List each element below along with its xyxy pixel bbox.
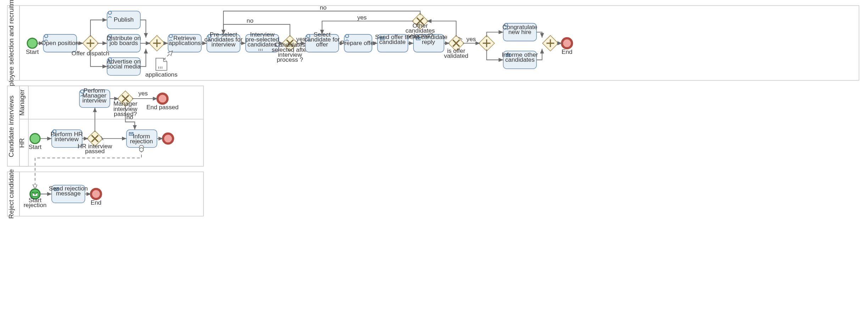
task-perform-manager[interactable]: PerformManagerinterview: [79, 87, 110, 107]
svg-text:no: no: [320, 4, 327, 11]
svg-text:PerformManagerinterview: PerformManagerinterview: [82, 87, 106, 104]
svg-text:Open position: Open position: [41, 39, 79, 46]
end-event-hr[interactable]: [163, 134, 173, 144]
svg-text:Start: Start: [26, 48, 39, 55]
svg-point-70: [163, 134, 173, 144]
svg-point-69: [139, 145, 144, 150]
svg-text:no: no: [127, 113, 133, 121]
svg-text:Start: Start: [29, 143, 41, 150]
svg-text:yes: yes: [296, 35, 306, 43]
svg-text:is offervalidated: is offervalidated: [444, 47, 468, 59]
svg-point-65: [157, 94, 167, 104]
svg-text:Interviewpre-selectedcandidate: Interviewpre-selectedcandidates: [245, 31, 279, 48]
gateway-offer-validated[interactable]: is offervalidated: [444, 35, 468, 60]
task-advertise[interactable]: Advertise onsocial media: [107, 58, 141, 76]
svg-text:Perform HRinterview: Perform HRinterview: [51, 131, 83, 143]
bpmn-diagram: Employee selection and recruitment Start…: [0, 0, 868, 327]
svg-point-43: [562, 38, 572, 48]
svg-text:Startrejection: Startrejection: [23, 196, 46, 209]
svg-text:End: End: [562, 48, 573, 55]
pool3-title: Reject candidate: [7, 169, 15, 219]
task-send-rejection[interactable]: Send rejectionmessage: [49, 185, 88, 203]
task-publish[interactable]: Publish: [107, 11, 140, 29]
lane-manager: Manager: [18, 89, 26, 116]
svg-text:Informrejection: Informrejection: [130, 133, 153, 145]
task-distribute[interactable]: Distribute onjob boards: [107, 34, 141, 52]
task-inform-rejection[interactable]: Informrejection: [127, 130, 157, 150]
svg-text:Distribute onjob boards: Distribute onjob boards: [107, 34, 141, 46]
svg-text:Retrieveapplications: Retrieveapplications: [168, 34, 201, 46]
svg-text:HR interviewpassed: HR interviewpassed: [78, 143, 112, 155]
svg-text:applications: applications: [145, 71, 178, 78]
svg-text:Advertise onsocial media: Advertise onsocial media: [107, 58, 141, 70]
svg-point-3: [27, 38, 37, 48]
svg-text:yes: yes: [138, 90, 148, 97]
svg-text:Publish: Publish: [114, 16, 134, 23]
gateway-parallel-join-2[interactable]: [542, 35, 558, 51]
svg-point-79: [91, 189, 101, 199]
svg-point-55: [30, 134, 40, 144]
gateway-hr-passed[interactable]: HR interviewpassed: [78, 131, 112, 155]
svg-text:Send offer tocandidate: Send offer tocandidate: [375, 33, 410, 45]
svg-text:Informe othercandidates: Informe othercandidates: [502, 51, 538, 63]
gateway-parallel-split-2[interactable]: [479, 35, 494, 51]
start-event-rejection[interactable]: Startrejection: [23, 189, 46, 209]
svg-text:Othercandidatesselected?: Othercandidatesselected?: [405, 22, 435, 39]
task-prepare-offer[interactable]: Prepare offer: [340, 34, 376, 52]
end-event-p1[interactable]: End: [562, 38, 573, 55]
lane-hr: HR: [18, 138, 26, 148]
gateway-other-candidates[interactable]: Othercandidatesselected?: [405, 13, 435, 39]
svg-text:no: no: [247, 17, 254, 24]
svg-text:End passed: End passed: [146, 104, 179, 111]
svg-text:Prepare offer: Prepare offer: [340, 39, 376, 46]
end-event-passed[interactable]: End passed: [146, 94, 179, 111]
task-retrieve[interactable]: Retrieveapplications: [168, 34, 201, 52]
pool-title: Employee selection and recruitment: [7, 0, 15, 96]
svg-rect-51: [20, 86, 204, 166]
start-event-p2[interactable]: Start: [29, 134, 41, 151]
svg-text:yes: yes: [357, 14, 367, 21]
task-inform-other[interactable]: Informe othercandidates: [502, 51, 538, 69]
start-event[interactable]: Start: [26, 38, 39, 55]
svg-text:Candidatesselected afterinterv: Candidatesselected afterinterviewprocess…: [272, 41, 308, 63]
data-applications[interactable]: applications: [145, 58, 178, 78]
task-congratulate[interactable]: Congratulatenew hire: [502, 23, 537, 41]
end-event-p3[interactable]: End: [90, 189, 101, 206]
svg-text:yes: yes: [466, 35, 476, 43]
gateway-parallel-join-1[interactable]: [149, 35, 165, 51]
task-send-offer[interactable]: Send offer tocandidate: [375, 33, 410, 52]
pool2-title: Candidate interviews: [7, 95, 15, 157]
svg-text:End: End: [90, 199, 101, 206]
